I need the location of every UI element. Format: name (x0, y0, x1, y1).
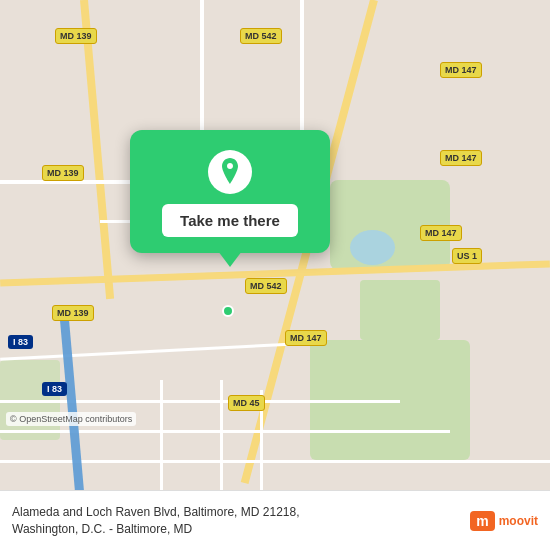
road-white-6 (0, 400, 400, 403)
park-area-mid-right (360, 280, 440, 340)
pin-icon (208, 150, 252, 194)
road-label-md147-top: MD 147 (440, 62, 482, 78)
road-label-md542-top: MD 542 (240, 28, 282, 44)
road-label-i83-mid: I 83 (8, 335, 33, 349)
road-label-md139-bottom: MD 139 (52, 305, 94, 321)
road-white-9 (160, 380, 163, 490)
road-label-md542-mid: MD 542 (245, 278, 287, 294)
road-white-7 (0, 430, 450, 433)
moovit-name: moovit (499, 514, 538, 528)
road-label-i83-bottom: I 83 (42, 382, 67, 396)
moovit-logo: m moovit (470, 511, 538, 531)
location-pin-dot (222, 305, 234, 317)
road-label-us1: US 1 (452, 248, 482, 264)
road-label-md45: MD 45 (228, 395, 265, 411)
road-label-md147-bottom: MD 147 (285, 330, 327, 346)
address-line: Alameda and Loch Raven Blvd, Baltimore, … (12, 505, 300, 519)
road-label-md147-lower: MD 147 (420, 225, 462, 241)
info-text: Alameda and Loch Raven Blvd, Baltimore, … (12, 504, 470, 538)
info-bar: Alameda and Loch Raven Blvd, Baltimore, … (0, 490, 550, 550)
city-line: Washington, D.C. - Baltimore, MD (12, 522, 192, 536)
map-pin-svg (218, 158, 242, 186)
take-me-there-button[interactable]: Take me there (162, 204, 298, 237)
road-label-md139-mid: MD 139 (42, 165, 84, 181)
road-white-8 (0, 460, 550, 463)
road-label-md139-top: MD 139 (55, 28, 97, 44)
road-i83 (60, 320, 86, 490)
road-md139-left (80, 0, 114, 299)
moovit-letter: m (470, 511, 494, 531)
road-white-10 (220, 380, 223, 490)
map-container: MD 139 MD 139 MD 139 MD 542 MD 542 MD 14… (0, 0, 550, 490)
road-white-5 (0, 342, 300, 361)
water-body (350, 230, 395, 265)
road-label-md147-mid: MD 147 (440, 150, 482, 166)
osm-attribution: © OpenStreetMap contributors (6, 412, 136, 426)
popup-card: Take me there (130, 130, 330, 253)
